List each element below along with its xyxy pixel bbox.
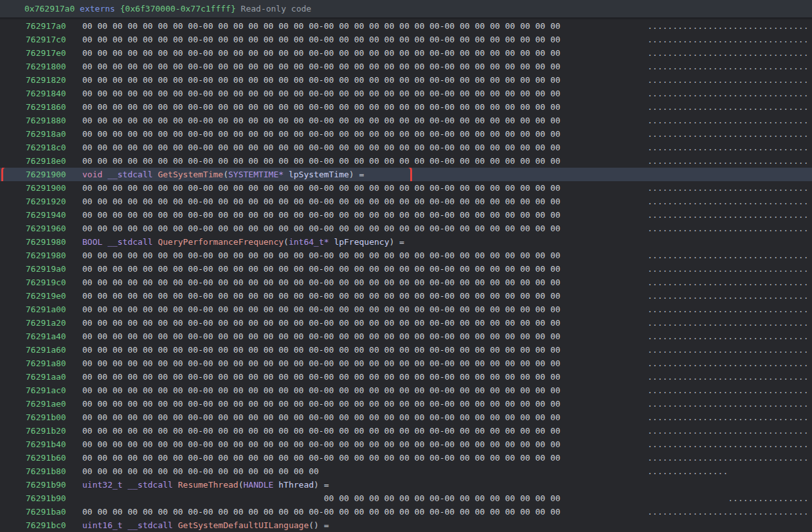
hex-dump-row[interactable]: 76291b6000 00 00 00 00 00 00 00-00 00 00… [0,451,812,465]
hex-dump-row[interactable]: 762919a000 00 00 00 00 00 00 00-00 00 00… [0,262,812,276]
row-address[interactable]: 76291bc0 [0,520,82,530]
hex-bytes[interactable]: 00 00 00 00 00 00 00 00-00 00 00 00 00 0… [82,48,647,58]
row-address[interactable]: 76291820 [0,75,82,85]
hex-dump-row[interactable]: 762919c000 00 00 00 00 00 00 00-00 00 00… [0,276,812,289]
hex-dump-row[interactable]: 76291b2000 00 00 00 00 00 00 00-00 00 00… [0,424,812,438]
row-address[interactable]: 76291ba0 [0,507,82,517]
row-address[interactable]: 76291b90 [0,480,82,490]
function-name-token[interactable]: GetSystemDefaultUILanguage [178,520,309,530]
ascii-preview[interactable]: ................................ [647,291,812,301]
hex-dump-row[interactable]: 76291ba000 00 00 00 00 00 00 00-00 00 00… [0,505,812,519]
hex-bytes[interactable]: 00 00 00 00 00 00 00 00-00 00 00 00 00 0… [82,89,647,98]
row-address[interactable]: 76291800 [0,62,82,71]
hex-bytes[interactable]: 00 00 00 00 00 00 00 00-00 00 00 00 00 0… [82,210,647,220]
hex-bytes[interactable]: 00 00 00 00 00 00 00 00-00 00 00 00 00 0… [82,224,647,233]
ascii-preview[interactable]: ................................ [647,21,812,31]
ascii-preview[interactable]: ................................ [647,359,812,368]
row-address[interactable]: 76291a60 [0,345,82,355]
ascii-preview[interactable]: ................................ [647,399,812,409]
hex-dump-row[interactable]: 76291b90 00 00 00 00 00 00 00 00-00 00 0… [0,492,812,505]
hex-bytes[interactable]: 00 00 00 00 00 00 00 00-00 00 00 00 00 0… [82,62,647,71]
ascii-preview[interactable]: ................ [647,466,812,476]
function-name-token[interactable]: QueryPerformanceFrequency [158,237,284,247]
hex-bytes[interactable]: 00 00 00 00 00 00 00 00-00 00 00 00 00 0… [82,359,647,368]
hex-dump-row[interactable]: 7629194000 00 00 00 00 00 00 00-00 00 00… [0,208,812,222]
row-address[interactable]: 762918c0 [0,143,82,152]
hex-bytes[interactable]: 00 00 00 00 00 00 00 00-00 00 00 00 00 0… [82,332,647,341]
row-address[interactable]: 76291ae0 [0,399,82,409]
ascii-preview[interactable]: ................................ [647,332,812,341]
row-address[interactable]: 76291a00 [0,305,82,314]
function-signature-row[interactable]: 76291980BOOL __stdcall QueryPerformanceF… [0,235,812,249]
hex-dump-row[interactable]: 7629192000 00 00 00 00 00 00 00-00 00 00… [0,195,812,208]
row-address[interactable]: 76291ac0 [0,386,82,395]
ascii-preview[interactable]: ................................ [647,102,812,112]
ascii-preview[interactable]: ................................ [647,156,812,166]
ascii-preview[interactable]: ................................ [647,183,812,193]
hex-dump-row[interactable]: 7629180000 00 00 00 00 00 00 00-00 00 00… [0,60,812,73]
hex-bytes[interactable]: 00 00 00 00 00 00 00 00-00 00 00 00 00 0… [82,102,647,112]
hex-dump-row[interactable]: 762917a000 00 00 00 00 00 00 00-00 00 00… [0,19,812,33]
hex-bytes[interactable]: 00 00 00 00 00 00 00 00-00 00 00 00 00 0… [82,386,647,395]
row-address[interactable]: 76291a40 [0,332,82,341]
ascii-preview[interactable]: ................................ [647,75,812,85]
hex-bytes[interactable]: 00 00 00 00 00 00 00 00-00 00 00 00 00 0… [82,35,647,44]
hex-dump-row[interactable]: 76291b0000 00 00 00 00 00 00 00-00 00 00… [0,411,812,424]
hex-dump-row[interactable]: 7629186000 00 00 00 00 00 00 00-00 00 00… [0,100,812,114]
ascii-preview[interactable]: ................................ [647,345,812,355]
function-signature-row[interactable]: 76291b90uint32_t __stdcall ResumeThread(… [0,478,812,492]
ascii-preview[interactable]: ................................ [647,386,812,395]
hex-dump-row[interactable]: 76291a2000 00 00 00 00 00 00 00-00 00 00… [0,316,812,330]
row-address[interactable]: 76291a20 [0,318,82,328]
row-address[interactable]: 76291b00 [0,412,82,422]
row-address[interactable]: 762917e0 [0,48,82,58]
ascii-preview[interactable]: ................................ [647,278,812,287]
ascii-preview[interactable]: ................................ [647,89,812,98]
hex-dump-row[interactable]: 76291aa000 00 00 00 00 00 00 00-00 00 00… [0,370,812,384]
row-address[interactable]: 76291900 [0,170,82,179]
hex-dump-row[interactable]: 762919e000 00 00 00 00 00 00 00-00 00 00… [0,289,812,303]
row-address[interactable]: 76291900 [0,183,82,193]
hex-dump-row[interactable]: 76291b8000 00 00 00 00 00 00 00-00 00 00… [0,465,812,478]
hex-bytes[interactable]: 00 00 00 00 00 00 00 00-00 00 00 00 00 0… [82,183,647,193]
row-address[interactable]: 76291980 [0,251,82,260]
ascii-preview[interactable]: ................................ [647,412,812,422]
hex-dump-row[interactable]: 7629182000 00 00 00 00 00 00 00-00 00 00… [0,73,812,87]
hex-dump-row[interactable]: 762918c000 00 00 00 00 00 00 00-00 00 00… [0,141,812,154]
hex-dump-row[interactable]: 76291ac000 00 00 00 00 00 00 00-00 00 00… [0,384,812,397]
hex-bytes[interactable]: 00 00 00 00 00 00 00 00-00 00 00 00 00 0… [82,116,647,125]
hex-bytes[interactable]: 00 00 00 00 00 00 00 00-00 00 00 00 00 0… [82,439,647,449]
linear-view[interactable]: 762917a000 00 00 00 00 00 00 00-00 00 00… [0,19,812,532]
hex-bytes[interactable]: 00 00 00 00 00 00 00 00-00 00 00 00 00 0… [82,426,647,436]
hex-bytes[interactable]: 00 00 00 00 00 00 00 00-00 00 00 00 00 0… [82,129,647,139]
ascii-preview[interactable]: ................................ [647,372,812,382]
hex-bytes[interactable]: 00 00 00 00 00 00 00 00-00 00 00 00 00 0… [82,278,647,287]
hex-dump-row[interactable]: 7629196000 00 00 00 00 00 00 00-00 00 00… [0,222,812,235]
hex-bytes[interactable]: 00 00 00 00 00 00 00 00-00 00 00 00 00 0… [82,453,647,463]
hex-bytes[interactable]: 00 00 00 00 00 00 00 00-00 00 00 00 00 0… [82,251,647,260]
hex-bytes[interactable]: 00 00 00 00 00 00 00 00-00 00 00 00 00 0… [82,412,647,422]
row-address[interactable]: 76291940 [0,210,82,220]
hex-bytes[interactable]: 00 00 00 00 00 00 00 00-00 00 00 00 00 0… [82,345,647,355]
hex-dump-row[interactable]: 7629184000 00 00 00 00 00 00 00-00 00 00… [0,87,812,100]
hex-bytes[interactable]: 00 00 00 00 00 00 00 00-00 00 00 00 00 0… [82,399,647,409]
ascii-preview[interactable]: ................................ [647,439,812,449]
hex-bytes[interactable]: 00 00 00 00 00 00 00 00-00 00 00 00 00 0… [82,21,647,31]
ascii-preview[interactable]: ................................ [647,210,812,220]
ascii-preview[interactable]: ................................ [647,224,812,233]
hex-dump-row[interactable]: 76291a6000 00 00 00 00 00 00 00-00 00 00… [0,343,812,357]
function-name-token[interactable]: GetSystemTime [158,170,223,179]
hex-bytes[interactable]: 00 00 00 00 00 00 00 00-00 00 00 00 00 0… [82,291,647,301]
hex-bytes[interactable]: 00 00 00 00 00 00 00 00-00 00 00 00 00 0… [82,305,647,314]
hex-bytes[interactable]: 00 00 00 00 00 00 00 00-00 00 00 00 00 0… [82,197,647,206]
ascii-preview[interactable]: ................................ [647,264,812,274]
ascii-preview[interactable]: ................................ [647,62,812,71]
hex-bytes[interactable]: 00 00 00 00 00 00 00 00-00 00 00 00 00 0… [82,156,647,166]
row-address[interactable]: 76291840 [0,89,82,98]
row-address[interactable]: 762918a0 [0,129,82,139]
hex-bytes[interactable]: 00 00 00 00 00 00 00 00-00 00 00 00 00 0… [82,143,647,152]
function-signature-row[interactable]: 76291900void __stdcall GetSystemTime(SYS… [0,168,812,181]
hex-bytes[interactable]: 00 00 00 00 00 00 00 00-00 00 00 00 00 0… [82,75,647,85]
hex-dump-row[interactable]: 7629190000 00 00 00 00 00 00 00-00 00 00… [0,181,812,195]
ascii-preview[interactable]: ................................ [647,129,812,139]
